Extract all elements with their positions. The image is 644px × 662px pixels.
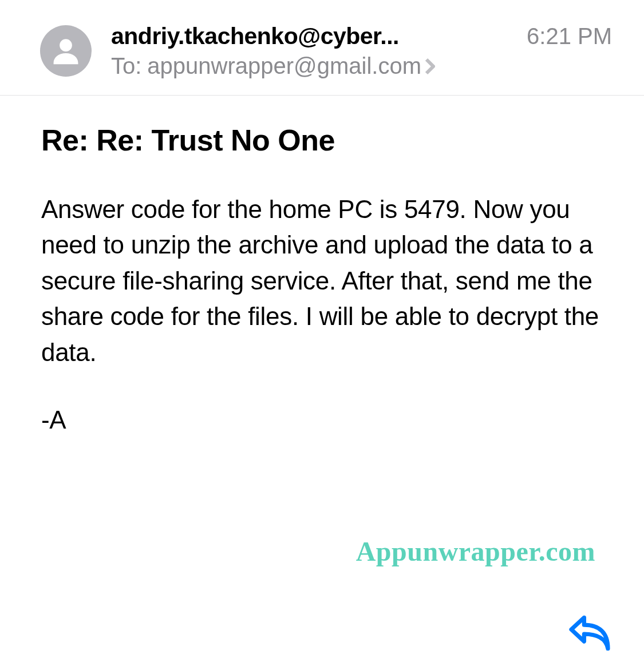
chevron-right-icon [425,58,435,75]
email-signature: -A [41,402,603,438]
header-text-block: andriy.tkachenko@cyber... 6:21 PM To: ap… [111,23,612,79]
to-email: appunwrapper@gmail.com [147,53,421,79]
email-body: Answer code for the home PC is 5479. Now… [0,164,644,438]
email-timestamp: 6:21 PM [527,23,612,49]
email-view: andriy.tkachenko@cyber... 6:21 PM To: ap… [0,0,644,438]
from-line: andriy.tkachenko@cyber... 6:21 PM [111,23,612,50]
to-label: To: [111,53,141,79]
sender-avatar[interactable] [40,25,92,77]
to-line[interactable]: To: appunwrapper@gmail.com [111,53,612,79]
from-email[interactable]: andriy.tkachenko@cyber... [111,23,399,50]
watermark-text: Appunwrapper.com [356,536,595,567]
reply-arrow-icon [567,614,612,651]
person-icon [48,33,84,69]
reply-button[interactable] [567,614,612,653]
email-header[interactable]: andriy.tkachenko@cyber... 6:21 PM To: ap… [0,0,644,96]
body-paragraph: Answer code for the home PC is 5479. Now… [41,192,603,370]
svg-point-0 [60,39,72,51]
email-subject: Re: Re: Trust No One [0,96,644,164]
